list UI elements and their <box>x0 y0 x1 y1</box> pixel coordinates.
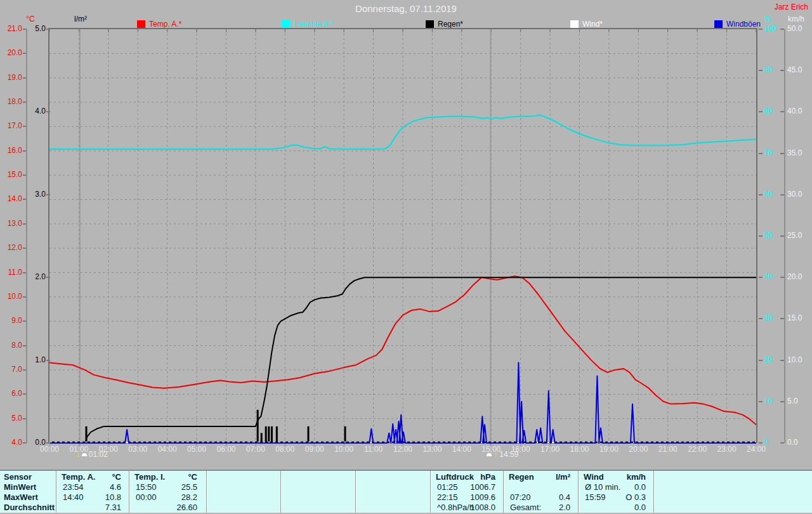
table-section-unit: hPa <box>430 473 495 482</box>
page-title: Donnerstag, 07.11.2019 <box>0 3 812 14</box>
table-cell-value: 28.2 <box>129 493 197 502</box>
wind-axis-tick-label: 35.0 <box>787 149 809 157</box>
temp-axis-tick-label: 7.0 <box>1 366 22 374</box>
table-row-label: MaxWert <box>4 493 38 502</box>
humidity-axis-tick-label: 70 <box>764 149 782 157</box>
legend-label: Wind* <box>582 20 603 29</box>
moon-icon <box>487 453 492 456</box>
rain-axis-tick-label: 4.0 <box>25 107 46 115</box>
humidity-axis-tick <box>759 277 763 278</box>
table-row-label: MinWert <box>4 483 36 492</box>
table-separator <box>653 471 655 513</box>
temp-axis-tick-label: 21.0 <box>1 25 22 33</box>
legend-item-3[interactable]: Regen* <box>426 20 463 29</box>
x-tick-label: 12:00 <box>389 445 417 454</box>
x-tick-label: 21:00 <box>654 445 682 454</box>
x-tick-label: 08:00 <box>271 445 299 454</box>
humidity-axis-tick <box>759 29 763 30</box>
x-tick-label: 07:00 <box>242 445 270 454</box>
humidity-axis-tick-label: 10 <box>764 397 782 405</box>
rain-axis-tick <box>46 442 50 444</box>
rain-axis-tick <box>46 277 50 278</box>
humidity-axis-tick-label: 60 <box>764 190 782 199</box>
table-cell-value: O 0.3 <box>578 493 646 502</box>
moonrise-marker: ↑14:59 <box>487 450 518 459</box>
temp-axis-tick-label: 12.0 <box>1 244 22 252</box>
x-tick-label: 10:00 <box>330 445 358 454</box>
temp-axis-tick-label: 20.0 <box>1 49 22 57</box>
table-cell-value: 25.5 <box>129 483 197 492</box>
table-cell-value: 7.31 <box>56 503 121 512</box>
temp-axis-tick-label: 13.0 <box>1 220 22 228</box>
x-tick-label: 19:00 <box>595 445 623 454</box>
legend-item-4[interactable]: Wind* <box>570 20 603 29</box>
legend-swatch-icon <box>570 20 579 29</box>
temp-axis-tick-label: 14.0 <box>1 195 22 203</box>
humidity-axis-tick-label: 20 <box>764 356 782 364</box>
table-cell-value: 1008.0 <box>430 503 495 512</box>
temp-axis-tick-label: 15.0 <box>1 171 22 179</box>
humidity-axis-tick <box>759 111 763 112</box>
wind-axis-unit: km/h <box>784 15 808 23</box>
legend-label: Windböen <box>726 20 761 29</box>
rain-axis-tick-label: 5.0 <box>25 25 46 33</box>
wind-axis-tick-label: 45.0 <box>787 66 809 74</box>
marker-time-label: 14:59 <box>499 450 518 459</box>
legend-swatch-icon <box>282 20 290 29</box>
temp-axis-tick-label: 18.0 <box>1 98 22 106</box>
temp-axis-tick-label: 8.0 <box>1 341 22 350</box>
legend-item-2[interactable]: Feuchte A.* <box>282 20 333 29</box>
wind-axis-tick-label: 10.0 <box>787 356 809 364</box>
temp-axis-tick-label: 17.0 <box>1 122 22 130</box>
rain-axis-tick-label: 1.0 <box>25 356 46 364</box>
wind-axis-tick-label: 30.0 <box>787 190 809 199</box>
temp-axis-tick-label: 16.0 <box>1 147 22 155</box>
humidity-axis-tick <box>759 194 763 195</box>
table-section-unit: km/h <box>578 473 646 482</box>
table-cell-value: 1009.6 <box>430 493 495 502</box>
temp-axis-tick-label: 9.0 <box>1 317 22 325</box>
x-tick-label: 14:00 <box>448 445 476 454</box>
x-tick-label: 03:00 <box>124 445 152 454</box>
moonset-marker: ↓01:02 <box>76 450 108 459</box>
temp-axis-axis-line <box>26 29 27 443</box>
weather-day-view: Donnerstag, 07.11.2019 Jarz Erich °C l/m… <box>0 0 812 514</box>
x-tick-label: 09:00 <box>301 445 329 454</box>
rain-axis-tick <box>46 360 50 361</box>
marker-time-label: 01:02 <box>89 450 108 459</box>
humidity-axis-tick-label: 40 <box>764 273 782 281</box>
x-tick-label: 13:00 <box>418 445 446 454</box>
x-tick-label: 20:00 <box>624 445 652 454</box>
wind-axis-tick-label: 0.0 <box>787 438 809 447</box>
table-section-unit: °C <box>56 473 121 482</box>
humidity-axis-tick <box>759 235 763 237</box>
humidity-axis-tick <box>759 401 763 402</box>
legend-item-5[interactable]: Windböen <box>714 20 761 29</box>
moon-icon <box>82 453 87 456</box>
rain-axis-tick-label: 2.0 <box>25 273 46 281</box>
legend-item-1[interactable]: Temp. A.* <box>137 20 181 29</box>
humidity-axis-tick <box>759 442 763 444</box>
temp-axis-tick-label: 10.0 <box>1 293 22 301</box>
legend-swatch-icon <box>137 20 145 29</box>
moonset-arrow-icon: ↓ <box>76 451 80 458</box>
summary-table: SensorMinWertMaxWertDurchschnittTemp. A.… <box>0 470 812 513</box>
x-tick-label: 18:00 <box>566 445 594 454</box>
legend-swatch-icon <box>426 20 434 29</box>
table-separator <box>206 471 207 513</box>
table-cell-value: 0.0 <box>578 483 646 492</box>
table-cell-value: 26.60 <box>129 503 197 512</box>
table-separator <box>280 471 282 513</box>
x-tick-label: 22:00 <box>683 445 711 454</box>
temp-axis-unit: °C <box>22 15 39 23</box>
x-tick-label: 17:00 <box>536 445 564 454</box>
wind-axis-tick-label: 25.0 <box>787 232 809 240</box>
legend-label: Temp. A.* <box>149 20 181 29</box>
rain-axis-tick <box>46 194 50 195</box>
wind-axis-tick-label: 20.0 <box>787 273 809 281</box>
temp-axis-tick-label: 19.0 <box>1 74 22 82</box>
legend-label: Feuchte A.* <box>294 20 333 29</box>
table-cell-value: 1006.7 <box>430 483 495 492</box>
table-row-label: Durchschnitt <box>4 503 55 512</box>
table-row-label: Sensor <box>4 473 32 482</box>
